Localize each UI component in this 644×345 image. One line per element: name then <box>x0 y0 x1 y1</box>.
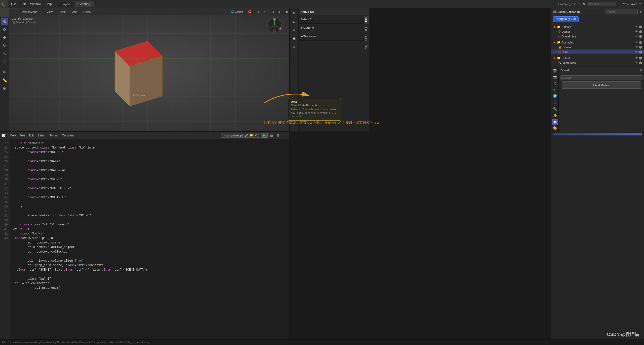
props-data-icon[interactable]: ◆ <box>552 119 558 124</box>
props-world-icon[interactable]: 🌍 <box>552 93 558 99</box>
editor-file-tab[interactable]: ● properties.py 🔗 📁 ✕ <box>221 133 260 138</box>
grid-icon[interactable]: ⊞ <box>290 43 298 51</box>
editor-menu-format[interactable]: Format <box>48 133 59 137</box>
tool-add[interactable]: ⊕ <box>1 84 8 92</box>
editor-menu-view[interactable]: View <box>9 133 17 137</box>
tree-item-obstacles[interactable]: ▼ 📁 Obstacles 👁 ⬤ <box>551 40 644 45</box>
visibility-icon-domain[interactable]: 👁 <box>635 30 638 33</box>
tool-cursor[interactable]: ✛ <box>1 26 8 33</box>
props-modifier-icon[interactable]: 🔧 <box>552 106 558 112</box>
render-icon-obstacles[interactable]: ⬤ <box>639 41 642 44</box>
visibility-icon[interactable]: 👁 <box>635 25 638 28</box>
tree-item-domain-collection[interactable]: ▼ 📁 Domain 👁 ⬤ <box>551 24 644 29</box>
tree-item-domain[interactable]: ⬡ Domain 👁 ⬤ <box>551 29 644 34</box>
proportional-edit-btn[interactable]: ⊙ <box>255 10 261 14</box>
world-icon[interactable]: 🌍 <box>290 35 298 42</box>
view-icon[interactable]: 👁 <box>290 26 298 34</box>
top-search-input[interactable] <box>588 2 616 6</box>
props-material-icon[interactable]: 🎨 <box>552 125 558 131</box>
tool-rotate[interactable]: ↻ <box>1 42 8 49</box>
upload-button[interactable]: ⬆ 拖拽至盘上传 <box>553 16 579 22</box>
split-view-icon[interactable]: ⊞ <box>275 133 281 138</box>
editor-menu-templates[interactable]: Templates <box>61 133 76 137</box>
editor-menu-edit[interactable]: Edit <box>28 133 35 137</box>
render-icon-cube[interactable]: ⬤ <box>639 50 642 54</box>
npanel-tab-nis[interactable]: NiS <box>364 43 369 51</box>
add-modifier-btn[interactable]: ＋ Add Modifier <box>562 81 641 89</box>
menu-file[interactable]: File <box>9 1 18 7</box>
filter-scene-icon[interactable]: ▼ <box>639 10 642 13</box>
visibility-icon-obstacles[interactable]: 👁 <box>635 41 638 44</box>
viewport-view-btn[interactable]: View <box>45 10 55 14</box>
props-particles-icon[interactable]: ✨ <box>552 113 558 118</box>
render-icon-burner[interactable]: ⬤ <box>639 45 642 49</box>
snap-btn[interactable]: 🧲 <box>246 10 254 14</box>
props-search-input[interactable] <box>560 75 642 80</box>
fullscreen-icon[interactable]: ⛶ <box>282 133 287 138</box>
cube-3d-object[interactable] <box>97 36 168 111</box>
render-icon-domain[interactable]: ⬤ <box>639 30 642 33</box>
props-object-icon[interactable]: ⬡ <box>552 100 558 105</box>
viewport-add-btn[interactable]: Add <box>70 10 79 14</box>
add-workspace-tab[interactable]: + <box>94 1 100 7</box>
tool-measure[interactable]: 📏 <box>1 76 8 84</box>
tool-transform[interactable]: ⬡ <box>1 58 8 65</box>
file-close-icon[interactable]: ✕ <box>255 134 257 137</box>
menu-edit[interactable]: Edit <box>18 1 28 7</box>
tree-item-output[interactable]: ▼ 📁 Output 👁 ⬤ <box>551 56 644 60</box>
render-icon-bcs[interactable]: ⬤ <box>639 35 642 38</box>
viewport-select-btn[interactable]: Select <box>57 10 68 14</box>
npanel-tab-item[interactable]: Item <box>364 15 369 24</box>
props-viewlayer-icon[interactable]: 👁 <box>552 87 558 92</box>
menu-window[interactable]: Window <box>28 1 43 7</box>
code-editor[interactable]: 📝 View Text Edit Select Format Templates… <box>0 131 289 345</box>
tab-layout[interactable]: Layout <box>58 1 74 7</box>
viewport-mode-btn[interactable]: Object Mode <box>20 10 39 14</box>
tree-item-cube[interactable]: ⬡ Cube 👁 ⬤ <box>551 50 644 54</box>
visibility-icon-burner[interactable]: 👁 <box>635 45 638 49</box>
tree-item-temp-slice[interactable]: 🔪 Temp slice 👁 ⬤ <box>551 60 644 65</box>
visibility-icon-cube[interactable]: 👁 <box>635 50 638 54</box>
code-content[interactable]: class="kw">if space.context class="kw">n… <box>10 139 289 345</box>
filter-icon[interactable]: ▼ <box>639 3 641 6</box>
editor-menu-text[interactable]: Text <box>19 133 26 137</box>
editor-menu-select[interactable]: Select <box>37 133 47 137</box>
tool-annotate[interactable]: ✏ <box>1 68 8 76</box>
scene-search-input[interactable] <box>605 10 638 14</box>
list-view-icon[interactable]: ☰ <box>269 133 274 138</box>
run-script-btn[interactable]: ▶ <box>261 133 268 138</box>
viewport-background[interactable]: Object Mode View Select Add Object 🌐 Glo… <box>9 8 289 131</box>
visibility-icon-slice[interactable]: 👁 <box>635 61 638 64</box>
options-label[interactable]: ▶ Options <box>301 25 367 30</box>
tool-move[interactable]: ✥ <box>1 34 8 41</box>
tab-scripting[interactable]: Scripting <box>74 1 94 7</box>
tree-item-domain-bcs[interactable]: ⬡ Domain bcs 👁 ⬤ <box>551 34 644 39</box>
viewport-object-btn[interactable]: Object <box>81 10 93 14</box>
props-output-icon[interactable]: 🖨 <box>552 81 558 86</box>
global-transform-btn[interactable]: 🌐 Global <box>229 10 245 14</box>
viewport-shading-solid[interactable]: ● <box>277 10 283 14</box>
visibility-icon-output[interactable]: 👁 <box>635 56 638 60</box>
overlay-btn[interactable]: ◎ <box>262 10 268 14</box>
render-icon[interactable]: ⬤ <box>639 25 642 28</box>
npanel-tab-view[interactable]: View <box>364 33 369 43</box>
tree-item-burner[interactable]: 🔥 Burner 👁 ⬤ <box>551 45 644 50</box>
viewport-3d[interactable]: ⇱ ✛ ✥ ↻ ⤡ ⬡ ✏ 📏 ⊕ Object Mode View Selec… <box>0 8 289 131</box>
render-icon-output[interactable]: ⬤ <box>639 56 642 60</box>
npanel-tab-tool[interactable]: Tool <box>364 24 369 33</box>
menu-help[interactable]: Help <box>44 1 54 7</box>
tool-select[interactable]: ⇱ <box>1 18 8 25</box>
orientation-gizmo[interactable]: Y X <box>267 18 282 33</box>
render-icon-slice[interactable]: ⬤ <box>639 61 642 64</box>
xray-btn[interactable]: ◑ <box>269 10 276 14</box>
workspace-label[interactable]: ▶ Workspace <box>301 34 367 39</box>
visibility-icon-bcs[interactable]: 👁 <box>635 35 638 38</box>
sidebar-item-icon[interactable]: ⊞ <box>290 18 298 25</box>
select-box-label[interactable]: Select Box <box>301 17 367 22</box>
code-area[interactable]: 2223242526272829303132333435363738394041… <box>0 139 289 345</box>
npanel-toggle[interactable]: N <box>290 9 298 17</box>
tool-scale[interactable]: ⤡ <box>1 50 8 57</box>
props-scene-icon[interactable]: 🎬 <box>552 68 558 73</box>
props-close-icon[interactable]: ✕ <box>640 69 642 72</box>
props-render-icon[interactable]: 📷 <box>552 74 558 80</box>
